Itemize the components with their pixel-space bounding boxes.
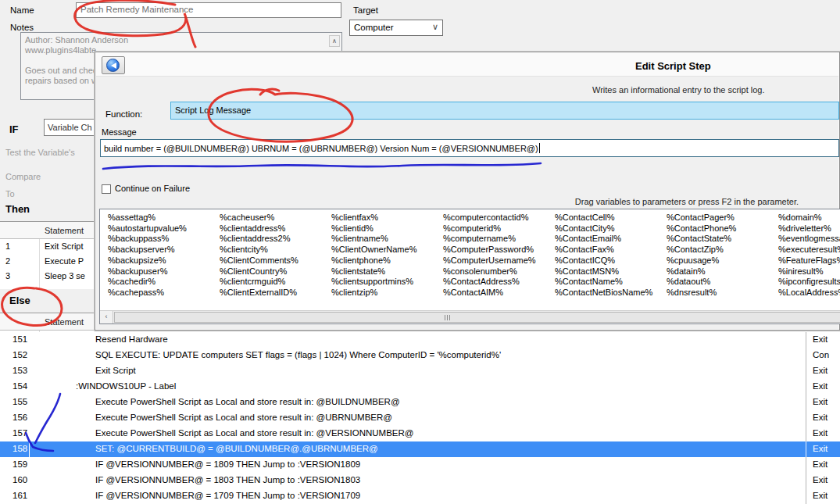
variable-item[interactable]: %ComputerPassword% [440,245,552,256]
script-row-status: Exit [813,475,827,484]
variable-item[interactable]: %consolenumber% [440,266,552,277]
script-row-number: 161 [13,491,27,500]
notes-label: Notes [10,23,34,32]
variable-item[interactable]: %ContactEmail% [552,234,663,245]
script-row[interactable]: 156Execute PowerShell Script as Local an… [0,410,840,426]
variable-item[interactable]: %cacheuser% [216,213,328,223]
variable-item[interactable]: %ContactMSN% [552,266,663,277]
variable-item[interactable]: %cpuusage% [663,256,775,266]
then-statement-row[interactable]: 2Execute P [0,254,95,269]
continue-on-failure-checkbox[interactable] [102,184,111,194]
variable-item[interactable]: %ContactFax% [552,245,663,256]
scroll-left-arrow-icon[interactable]: ‹ [100,311,113,323]
message-input[interactable]: build number = (@BUILDNUMBER@) UBRNUM = … [100,139,839,157]
script-row-number: 151 [13,334,27,344]
continue-on-failure-label: Continue on Failure [115,184,190,193]
back-button[interactable] [102,56,125,74]
script-row[interactable]: 154:WINDOWS10UP - LabelExit [0,379,840,395]
variable-item[interactable]: %ClientExternalID% [216,288,328,298]
then-statements-table: Statement 1Exit Script2Execute P3Sleep 3… [0,221,95,289]
variable-item[interactable]: %dataout% [663,277,775,288]
variable-item[interactable]: %clientaddress2% [216,234,328,245]
variable-item[interactable]: %ContactCell% [552,213,663,223]
then-statement-row[interactable]: 3Sleep 3 se [0,269,95,284]
name-input[interactable]: Patch Remedy Maintenance [76,2,341,18]
variable-item[interactable]: %autostartupvalue% [105,223,216,234]
variable-item[interactable]: %ContactICQ% [552,256,663,266]
script-row[interactable]: 155Execute PowerShell Script as Local an… [0,395,840,410]
function-field[interactable]: Script Log Message [170,102,839,120]
script-row-number: 158 [13,444,27,453]
variable-item[interactable]: %clientfax% [328,213,440,223]
variable-item[interactable]: %ClientOwnerName% [328,245,440,256]
variable-item[interactable]: %clientphone% [328,256,440,266]
script-row[interactable]: 153Exit ScriptExit [0,363,840,379]
script-row-number: 153 [13,366,27,375]
script-row[interactable]: 157Execute PowerShell Script as Local an… [0,426,840,441]
variable-item[interactable]: %iniresult% [775,266,840,277]
variable-item[interactable]: %clientcity% [216,245,328,256]
variable-item[interactable]: %backupsize% [105,256,216,266]
script-row[interactable]: 152SQL EXECUTE: UPDATE computers SET fla… [0,348,840,363]
variable-item[interactable]: %dnsresult% [663,288,775,298]
variable-item[interactable]: %LocalAddress% [775,288,840,298]
variable-item[interactable]: %driveletter% [775,223,840,234]
variable-item[interactable]: %ContactNetBiosName% [552,288,663,298]
variable-item[interactable]: %clientsupportmins% [328,277,440,288]
variable-item[interactable]: %clientname% [328,234,440,245]
variable-item[interactable]: %ipconfigresults% [775,277,840,288]
if-label: IF [9,123,19,135]
if-condition-dropdown[interactable]: Variable Ch [44,119,95,136]
message-input-value: build number = (@BUILDNUMBER@) UBRNUM = … [104,144,538,153]
scroll-up-arrow-icon[interactable]: ∧ [329,35,340,47]
variable-item[interactable]: %assettag% [105,213,216,223]
variable-item[interactable]: %clientaddress% [216,223,328,234]
script-row-statement: IF @VERSIONNUMBER@ = 1803 THEN Jump to :… [95,475,360,484]
variable-item[interactable]: %cachepass% [105,288,216,298]
variable-item[interactable]: %ContactCity% [552,223,663,234]
then-label: Then [5,203,30,215]
variable-item[interactable]: %backuppass% [105,234,216,245]
script-row[interactable]: 160IF @VERSIONNUMBER@ = 1803 THEN Jump t… [0,473,840,488]
script-row-status: Exit [813,366,827,375]
variable-item[interactable]: %ContactState% [663,234,775,245]
variable-item[interactable]: %ContactName% [552,277,663,288]
script-row[interactable]: 159IF @VERSIONNUMBER@ = 1809 THEN Jump t… [0,457,840,473]
target-select[interactable]: Computer ∨ [349,20,443,36]
variable-item[interactable]: %ComputerUsername% [440,256,552,266]
variable-item[interactable]: %ContactPager% [663,213,775,223]
script-row[interactable]: 151Resend HardwareExit [0,332,840,348]
variable-item[interactable]: %clientcrmguid% [216,277,328,288]
variable-item[interactable]: %backupuser% [105,266,216,277]
script-row[interactable]: 161IF @VERSIONNUMBER@ = 1709 THEN Jump t… [0,488,840,504]
then-statement-row[interactable]: 1Exit Script [0,239,95,254]
variable-item[interactable]: %eventlogmessage% [775,234,840,245]
script-rows: 151Resend HardwareExit152SQL EXECUTE: UP… [0,332,840,504]
script-row-number: 156 [13,413,27,422]
variable-item[interactable]: %computerid% [440,223,552,234]
scrollbar-thumb[interactable] [114,312,840,323]
variable-item[interactable]: %FeatureFlags% [775,256,840,266]
variable-item[interactable]: %ContactPhone% [663,223,775,234]
variable-item[interactable]: %clientzip% [328,288,440,298]
variable-item[interactable]: %clientstate% [328,266,440,277]
variable-item[interactable]: %ClientComments% [216,256,328,266]
variable-item[interactable]: %backupserver% [105,245,216,256]
variable-item[interactable]: %datain% [663,266,775,277]
script-row-status: Exit [813,459,827,469]
variable-item[interactable]: %cachedir% [105,277,216,288]
variable-item[interactable]: %executeresult% [775,245,840,256]
variable-item[interactable]: %ClientCountry% [216,266,328,277]
variable-item[interactable]: %computername% [440,234,552,245]
script-row-status: Exit [813,444,827,453]
variable-item[interactable]: %ContactZip% [663,245,775,256]
variable-item[interactable]: %computercontactid% [440,213,552,223]
horizontal-scrollbar[interactable]: ‹ [100,310,840,323]
variable-item[interactable]: %domain% [775,213,840,223]
script-row-number: 152 [13,350,27,359]
variable-item[interactable]: %ContactAIM% [440,288,552,298]
variable-item[interactable]: %ContactAddress% [440,277,552,288]
script-row[interactable]: 158SET: @CURRENTBUILD@ = @BUILDNUMBER@.@… [0,441,840,457]
script-row-statement: :WINDOWS10UP - Label [76,381,176,391]
variable-item[interactable]: %clientid% [328,223,440,234]
